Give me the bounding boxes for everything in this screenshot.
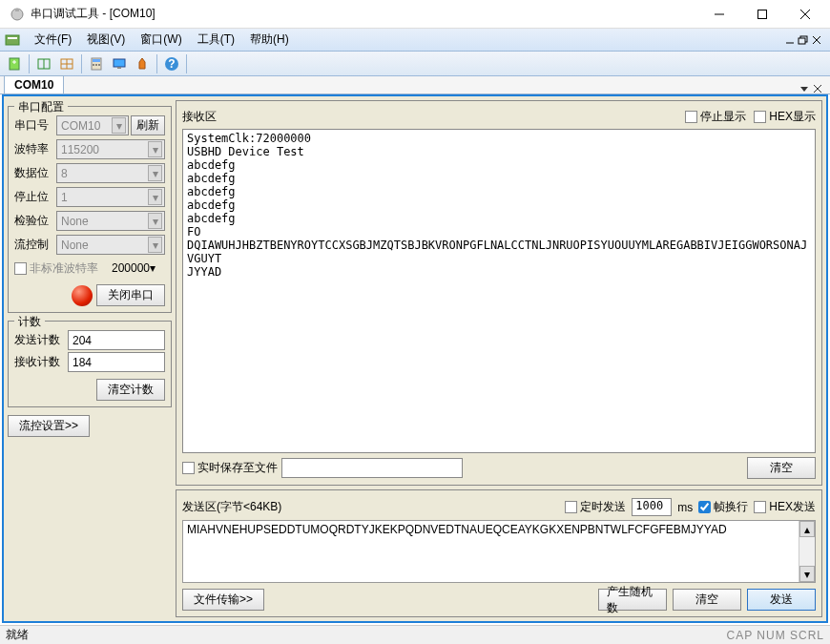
chevron-down-icon: ▾	[148, 189, 162, 205]
stop-display-checkbox[interactable]: 停止显示	[685, 109, 746, 125]
recv-clear-button[interactable]: 清空	[747, 457, 816, 479]
data-label: 数据位	[14, 165, 56, 181]
workspace: 串口配置 串口号 COM10▾ 刷新 波特率 115200▾ 数据位 8▾ 停止…	[2, 94, 828, 623]
file-transfer-button[interactable]: 文件传输>>	[182, 589, 264, 611]
statusbar: 就绪 CAP NUM SCRL	[0, 625, 830, 644]
send-button[interactable]: 发送	[747, 589, 816, 611]
menu-window[interactable]: 窗口(W)	[133, 29, 189, 51]
titlebar: 串口调试工具 - [COM10]	[0, 0, 830, 29]
tb-layout2-icon[interactable]	[56, 53, 77, 74]
tab-close-icon[interactable]	[813, 84, 822, 93]
flow-settings-button[interactable]: 流控设置>>	[8, 415, 90, 437]
svg-rect-6	[6, 35, 19, 45]
recv-count-label: 接收计数	[14, 354, 68, 370]
svg-rect-7	[8, 37, 17, 39]
nonstd-checkbox[interactable]	[14, 262, 27, 275]
flow-select[interactable]: None▾	[56, 235, 165, 255]
parity-label: 检验位	[14, 213, 56, 229]
recv-count-value: 184	[68, 352, 165, 372]
scroll-down-icon[interactable]: ▾	[799, 566, 815, 582]
svg-rect-10	[799, 38, 805, 44]
recv-group: 接收区 停止显示 HEX显示 SystemClk:72000000 USBHD …	[176, 100, 822, 486]
svg-point-24	[95, 64, 97, 66]
tabbar: COM10	[0, 76, 830, 94]
maximize-button[interactable]	[740, 0, 783, 28]
recv-title: 接收区	[182, 109, 217, 125]
svg-rect-26	[114, 59, 125, 67]
close-port-button[interactable]: 关闭串口	[96, 284, 165, 306]
tb-calc-icon[interactable]	[86, 53, 107, 74]
scroll-up-icon[interactable]: ▴	[799, 521, 815, 537]
port-select[interactable]: COM10▾	[56, 115, 129, 135]
svg-rect-27	[117, 67, 121, 69]
menu-icon	[4, 31, 21, 49]
nonstd-label: 非标准波特率	[30, 260, 98, 277]
send-clear-button[interactable]: 清空	[673, 589, 741, 611]
save-file-checkbox[interactable]: 实时保存至文件	[182, 460, 278, 476]
scrollbar[interactable]: ▴ ▾	[799, 521, 815, 582]
svg-rect-1	[15, 9, 19, 11]
data-select[interactable]: 8▾	[56, 163, 165, 183]
refresh-button[interactable]: 刷新	[131, 115, 165, 135]
tb-help-icon[interactable]: ?	[161, 53, 182, 74]
toolbar: ?	[0, 52, 830, 76]
app-icon	[10, 7, 25, 22]
status-led-icon	[72, 285, 93, 306]
tb-monitor-icon[interactable]	[109, 53, 130, 74]
status-ready: 就绪	[6, 627, 29, 643]
send-count-value: 204	[68, 330, 165, 350]
svg-point-25	[98, 64, 100, 66]
recv-textarea[interactable]: SystemClk:72000000 USBHD Device Test abc…	[182, 129, 816, 453]
wrap-checkbox[interactable]: 帧换行	[698, 499, 748, 515]
stop-select[interactable]: 1▾	[56, 187, 165, 207]
stop-label: 停止位	[14, 189, 56, 205]
random-button[interactable]: 产生随机数	[598, 589, 667, 611]
tab-dropdown-icon[interactable]	[799, 84, 809, 93]
svg-rect-3	[757, 10, 766, 18]
mdi-restore-icon[interactable]	[798, 35, 809, 45]
timed-send-checkbox[interactable]: 定时发送	[565, 499, 626, 515]
right-panel: 接收区 停止显示 HEX显示 SystemClk:72000000 USBHD …	[176, 100, 822, 617]
send-title: 发送区(字节<64KB)	[182, 499, 559, 515]
chevron-down-icon: ▾	[112, 117, 126, 134]
status-indicators: CAP NUM SCRL	[727, 629, 824, 642]
tab-com10[interactable]: COM10	[4, 75, 64, 93]
mdi-close-icon[interactable]	[811, 35, 822, 45]
menubar: 文件(F) 视图(V) 窗口(W) 工具(T) 帮助(H)	[0, 29, 830, 52]
clear-count-button[interactable]: 清空计数	[96, 379, 165, 401]
close-button[interactable]	[783, 0, 826, 28]
interval-input[interactable]: 1000	[632, 498, 672, 516]
chevron-down-icon: ▾	[148, 141, 162, 157]
counter-group: 计数 发送计数 204 接收计数 184 清空计数	[8, 321, 172, 407]
left-panel: 串口配置 串口号 COM10▾ 刷新 波特率 115200▾ 数据位 8▾ 停止…	[8, 100, 172, 617]
send-textarea[interactable]: MIAHVNEHUPSEDDTUMOQRDTYJKEKPQDNVEDTNAUEQ…	[182, 520, 816, 583]
flow-label: 流控制	[14, 237, 56, 253]
hex-send-checkbox[interactable]: HEX发送	[754, 499, 816, 515]
mdi-minimize-icon[interactable]	[784, 35, 796, 45]
menu-tool[interactable]: 工具(T)	[190, 29, 242, 51]
parity-select[interactable]: None▾	[56, 211, 165, 231]
save-file-path-input[interactable]	[281, 458, 463, 478]
menu-help[interactable]: 帮助(H)	[242, 29, 297, 51]
chevron-down-icon: ▾	[150, 261, 156, 275]
svg-rect-22	[93, 59, 100, 62]
svg-point-23	[93, 64, 94, 66]
chevron-down-icon: ▾	[148, 165, 162, 181]
tb-layout1-icon[interactable]	[33, 53, 54, 74]
ms-label: ms	[677, 501, 693, 514]
hex-display-checkbox[interactable]: HEX显示	[754, 109, 816, 125]
baud-select[interactable]: 115200▾	[56, 139, 165, 159]
minimize-button[interactable]	[697, 0, 740, 28]
port-label: 串口号	[14, 117, 56, 134]
chevron-down-icon: ▾	[148, 237, 162, 253]
tb-orange-icon[interactable]	[132, 53, 153, 74]
port-config-group: 串口配置 串口号 COM10▾ 刷新 波特率 115200▾ 数据位 8▾ 停止…	[8, 106, 172, 313]
counter-title: 计数	[14, 314, 45, 330]
nonstd-select[interactable]: 200000▾	[112, 261, 165, 275]
window-title: 串口调试工具 - [COM10]	[31, 6, 697, 22]
send-count-label: 发送计数	[14, 332, 68, 348]
menu-file[interactable]: 文件(F)	[27, 29, 79, 51]
port-config-title: 串口配置	[14, 99, 68, 115]
menu-view[interactable]: 视图(V)	[79, 29, 133, 51]
tb-new-icon[interactable]	[4, 53, 25, 74]
